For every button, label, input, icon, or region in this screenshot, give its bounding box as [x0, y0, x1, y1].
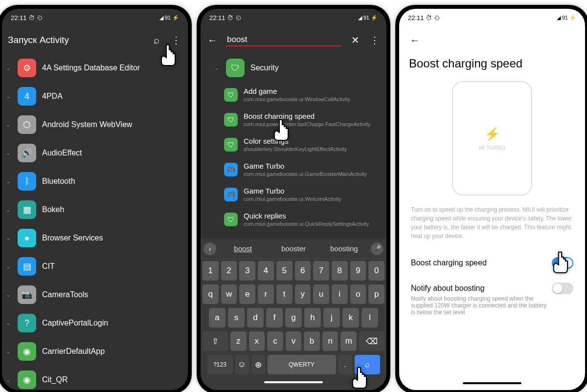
key-u[interactable]: u: [313, 284, 329, 304]
app-icon: ◉: [18, 370, 36, 389]
key-v[interactable]: v: [286, 331, 302, 351]
suggestion[interactable]: boost: [219, 241, 267, 256]
app-icon: ●: [18, 229, 36, 247]
app-icon: ᛒ: [18, 172, 36, 191]
suggestion[interactable]: booster: [270, 241, 317, 256]
app-item[interactable]: ⌄▦Bokeh: [2, 196, 188, 224]
menu-icon[interactable]: ⋮: [369, 34, 381, 46]
app-item[interactable]: ⌄📷CameraTools: [2, 281, 188, 309]
app-icon: 📷: [18, 285, 36, 304]
key-x[interactable]: x: [249, 331, 265, 351]
activity-item[interactable]: 🎮Game Turbocom.miui.gamebooster.ui.GameB…: [201, 157, 386, 182]
key-j[interactable]: j: [323, 308, 340, 327]
app-item[interactable]: ⌄◉Cit_QR: [2, 366, 188, 390]
space-key[interactable]: QWERTY: [268, 355, 336, 374]
app-item[interactable]: ⌄ᛒBluetooth: [2, 167, 188, 196]
menu-icon[interactable]: ⋮: [170, 34, 182, 46]
status-bar: 22:11 ⏱ ⏲ ◢ 91 ⚡: [399, 9, 585, 26]
parent-app[interactable]: ⌄ 🛡 Security: [201, 54, 386, 82]
app-item[interactable]: ⌄◉CarrierDefaultApp: [2, 337, 188, 366]
app-item[interactable]: ⌄?CaptivePortalLogin: [2, 309, 188, 337]
emoji-key[interactable]: ☺: [235, 355, 249, 374]
key-l[interactable]: l: [361, 308, 378, 327]
key-s[interactable]: s: [228, 308, 245, 327]
activity-icon: 🎮: [224, 188, 238, 201]
key-n[interactable]: n: [322, 331, 339, 351]
phone-3: 22:11 ⏱ ⏲ ◢ 91 ⚡ ← Boost charging speed …: [395, 5, 587, 392]
suggestion[interactable]: boosting: [320, 241, 368, 256]
key-y[interactable]: y: [295, 284, 311, 304]
activity-icon: 🛡: [224, 88, 238, 102]
activity-icon: 🛡: [224, 138, 238, 152]
clear-icon[interactable]: ✕: [349, 34, 361, 46]
activity-item[interactable]: 🛡Color settingsshoulderkey.ShoulderKeyLi…: [201, 132, 386, 157]
key-f[interactable]: f: [266, 308, 283, 327]
app-item[interactable]: ⌄⚙4A Settings Database Editor: [2, 54, 188, 82]
key-e[interactable]: e: [239, 284, 255, 304]
page-title: Boost charging speed: [399, 54, 585, 76]
key-1[interactable]: 1: [203, 261, 219, 281]
key-m[interactable]: m: [340, 331, 357, 351]
key-t[interactable]: t: [276, 284, 293, 304]
key-q[interactable]: q: [203, 284, 219, 304]
key-p[interactable]: p: [368, 284, 384, 304]
activity-item[interactable]: 🛡Boost charging speedcom.miui.powercente…: [201, 107, 386, 132]
page-title: Запуск Activity: [8, 35, 143, 45]
boost-label: Boost charging speed: [411, 259, 487, 267]
key-h[interactable]: h: [304, 308, 321, 327]
app-icon: ▤: [18, 257, 36, 276]
app-icon: 4: [18, 87, 36, 106]
search-key[interactable]: ⌕: [355, 355, 380, 374]
activity-item[interactable]: 🎮Game Turbocom.miui.gamebooster.ui.Welco…: [201, 182, 386, 207]
key-a[interactable]: a: [209, 308, 226, 327]
key-z[interactable]: z: [230, 331, 247, 351]
backspace-key[interactable]: ⌫: [359, 331, 384, 351]
key-9[interactable]: 9: [350, 261, 366, 281]
lang-key[interactable]: ⊕: [251, 355, 265, 374]
expand-icon[interactable]: ›: [203, 242, 216, 255]
back-icon[interactable]: ←: [206, 34, 218, 46]
description: Turn on to speed up the charging process…: [399, 205, 585, 250]
keyboard[interactable]: › boost booster boosting 🎤 1234567890 qw…: [201, 239, 386, 390]
key-w[interactable]: w: [221, 284, 237, 304]
app-item[interactable]: ⌄⬡Android System WebView: [2, 110, 188, 139]
activity-icon: 🎮: [224, 163, 238, 176]
key-b[interactable]: b: [304, 331, 320, 351]
key-g[interactable]: g: [285, 308, 302, 327]
key-r[interactable]: r: [258, 284, 274, 304]
numbers-key[interactable]: ?123: [207, 355, 233, 374]
key-d[interactable]: d: [247, 308, 264, 327]
status-bar: 22:11 ⏱ ⏲ ◢ 91 ⚡: [2, 9, 188, 26]
shift-key[interactable]: ⇧: [203, 331, 228, 351]
key-0[interactable]: 0: [368, 261, 384, 281]
key-c[interactable]: c: [267, 331, 283, 351]
app-item[interactable]: ⌄44PDA: [2, 82, 188, 110]
key-k[interactable]: k: [342, 308, 359, 327]
key-5[interactable]: 5: [276, 261, 293, 281]
mic-icon[interactable]: 🎤: [371, 242, 384, 255]
activity-item[interactable]: 🛡Add gamecom.miui.gamebooster.ui.WindowC…: [201, 82, 386, 107]
app-icon: ◉: [18, 342, 36, 361]
shield-icon: 🛡: [226, 59, 245, 77]
period-key[interactable]: .: [339, 355, 352, 374]
search-icon[interactable]: ⌕: [151, 34, 162, 46]
notify-label: Notify about boosting: [411, 284, 484, 293]
back-icon[interactable]: ←: [409, 34, 421, 46]
phone-1: 22:11 ⏱ ⏲ ◢ 91 ⚡ Запуск Activity ⌕ ⋮ ⌄⚙4…: [0, 5, 192, 392]
key-2[interactable]: 2: [221, 261, 237, 281]
key-7[interactable]: 7: [313, 261, 329, 281]
search-input[interactable]: [226, 34, 341, 46]
key-4[interactable]: 4: [258, 261, 274, 281]
key-3[interactable]: 3: [239, 261, 255, 281]
app-item[interactable]: ⌄🔊AudioEffect: [2, 139, 188, 167]
activity-icon: 🛡: [224, 213, 238, 226]
activity-item[interactable]: 🛡Quick repliescom.miui.gamebooster.ui.Qu…: [201, 207, 386, 232]
boost-toggle[interactable]: [552, 257, 573, 269]
key-8[interactable]: 8: [332, 261, 348, 281]
key-i[interactable]: i: [332, 284, 348, 304]
app-item[interactable]: ⌄▤CIT: [2, 252, 188, 281]
app-item[interactable]: ⌄●Browser Services: [2, 224, 188, 252]
key-6[interactable]: 6: [295, 261, 311, 281]
notify-toggle[interactable]: [552, 283, 573, 294]
key-o[interactable]: o: [350, 284, 366, 304]
